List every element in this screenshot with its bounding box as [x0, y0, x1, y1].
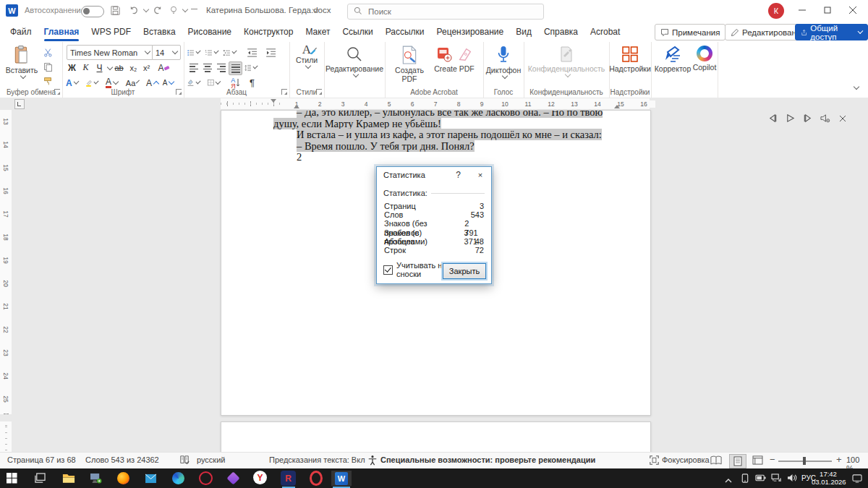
- phone-link-icon[interactable]: [741, 474, 749, 485]
- create-pdf-ru-button[interactable]: Создать PDF: [391, 46, 428, 83]
- font-size-combo[interactable]: 14: [152, 45, 181, 60]
- autosave-toggle[interactable]: [81, 6, 104, 17]
- minimize-button[interactable]: [791, 0, 813, 20]
- decrease-indent-icon[interactable]: [246, 46, 258, 59]
- tab-layout[interactable]: Макет: [304, 23, 331, 40]
- mail-icon[interactable]: [143, 471, 158, 486]
- close-button[interactable]: [842, 0, 864, 20]
- document-text[interactable]: – Да, это киллер, – улыбнулась все так ж…: [273, 110, 621, 163]
- tab-acrobat[interactable]: Acrobat: [589, 23, 621, 40]
- word-taskbar-icon[interactable]: W: [331, 471, 352, 486]
- opera-gx-icon[interactable]: [198, 471, 213, 486]
- battery-icon[interactable]: [755, 474, 766, 484]
- pc-icon[interactable]: [88, 471, 103, 486]
- gem-app-icon[interactable]: [226, 471, 241, 486]
- tab-stop-selector[interactable]: [14, 99, 25, 109]
- zoom-out-button[interactable]: −: [770, 454, 775, 465]
- close-dialog-button[interactable]: Закрыть: [443, 263, 486, 279]
- addins-button[interactable]: Надстройки: [610, 46, 650, 73]
- zoom-slider-thumb[interactable]: [803, 457, 806, 465]
- save-icon[interactable]: [110, 5, 121, 18]
- styles-button[interactable]: А Стили: [292, 46, 321, 68]
- grow-font-button[interactable]: А: [146, 77, 158, 89]
- clipboard-dialog-launcher-icon[interactable]: [54, 89, 60, 95]
- strikethrough-button[interactable]: ab: [113, 61, 125, 74]
- collapse-ribbon-icon[interactable]: [854, 84, 859, 90]
- file-explorer-icon[interactable]: [61, 471, 76, 486]
- font-name-combo[interactable]: Times New Roman: [67, 45, 153, 60]
- paragraph-dialog-launcher-icon[interactable]: [281, 89, 287, 95]
- font-color-button[interactable]: А: [106, 77, 118, 89]
- tab-view[interactable]: Вид: [514, 23, 533, 40]
- align-center-icon[interactable]: [201, 61, 213, 74]
- tab-references[interactable]: Ссылки: [341, 23, 374, 40]
- tab-insert[interactable]: Вставка: [142, 23, 177, 40]
- line-spacing-icon[interactable]: [244, 61, 257, 74]
- dialog-help-button[interactable]: ?: [456, 170, 461, 180]
- align-right-icon[interactable]: [215, 61, 227, 74]
- language-indicator[interactable]: русский: [197, 455, 225, 464]
- document-title[interactable]: Катерина Большова. Герда.docx: [206, 6, 331, 14]
- more-qat-icon[interactable]: [191, 9, 197, 9]
- clear-formatting-button[interactable]: А: [158, 61, 170, 74]
- shrink-font-button[interactable]: А: [162, 77, 174, 89]
- cut-icon[interactable]: [42, 46, 54, 59]
- focus-mode-button[interactable]: Фокусировка: [662, 455, 710, 464]
- vertical-ruler[interactable]: 13141516171819202122232425: [0, 110, 12, 414]
- word-count-indicator[interactable]: Слово 543 из 24362: [85, 455, 159, 464]
- copilot-button[interactable]: Copilot: [692, 46, 718, 72]
- hanging-indent-marker[interactable]: [294, 105, 299, 108]
- subscript-button[interactable]: x₂: [127, 61, 140, 74]
- horizontal-ruler[interactable]: 12345678910111213141516: [221, 98, 650, 109]
- borders-icon[interactable]: [208, 77, 220, 89]
- notification-center-icon[interactable]: [852, 474, 862, 485]
- first-line-indent-marker[interactable]: [271, 99, 276, 103]
- align-left-icon[interactable]: [187, 61, 200, 74]
- copy-icon[interactable]: [42, 61, 54, 73]
- underline-button[interactable]: Ч: [93, 61, 106, 74]
- editor-button[interactable]: Корректор: [652, 46, 693, 73]
- comments-button[interactable]: Примечания: [655, 24, 726, 40]
- highlight-button[interactable]: [85, 77, 98, 89]
- multilevel-list-icon[interactable]: [224, 46, 236, 59]
- shading-icon[interactable]: [187, 77, 200, 89]
- web-layout-icon[interactable]: [752, 455, 763, 466]
- lightbulb-dropdown-icon[interactable]: [182, 7, 188, 12]
- create-pdf-en-button[interactable]: Create PDF: [431, 46, 477, 73]
- superscript-button[interactable]: x²: [140, 61, 153, 74]
- tab-home[interactable]: Главная: [43, 23, 81, 40]
- page-indicator[interactable]: Страница 67 из 68: [7, 455, 76, 464]
- avatar[interactable]: К: [768, 3, 784, 19]
- word-app-icon[interactable]: W: [6, 4, 18, 17]
- undo-dropdown-icon[interactable]: [143, 7, 149, 12]
- start-button-icon[interactable]: [4, 471, 20, 486]
- search-input[interactable]: [367, 7, 514, 17]
- clock[interactable]: 17:42 03.01.2026: [812, 470, 845, 486]
- paste-button[interactable]: Вставить: [6, 46, 38, 78]
- network-icon[interactable]: [771, 474, 781, 484]
- bold-button[interactable]: Ж: [66, 61, 78, 74]
- close-read-aloud-icon[interactable]: [836, 112, 848, 124]
- tab-file[interactable]: Файл: [9, 23, 33, 40]
- text-predictions-indicator[interactable]: Предсказания текста: Вкл: [269, 455, 365, 464]
- increase-indent-icon[interactable]: [265, 46, 277, 59]
- previous-paragraph-icon[interactable]: [767, 112, 779, 124]
- share-button[interactable]: Общий доступ: [795, 24, 868, 40]
- next-paragraph-icon[interactable]: [801, 112, 814, 124]
- read-settings-icon[interactable]: [819, 112, 831, 124]
- task-view-icon[interactable]: [32, 471, 47, 486]
- print-layout-icon[interactable]: [729, 454, 746, 468]
- styles-dialog-launcher-icon[interactable]: [316, 89, 322, 95]
- tab-wps-pdf[interactable]: WPS PDF: [90, 23, 132, 40]
- accessibility-status[interactable]: Специальные возможности: проверьте реком…: [380, 455, 595, 464]
- undo-icon[interactable]: [129, 5, 140, 18]
- volume-icon[interactable]: [787, 474, 797, 484]
- tab-help[interactable]: Справка: [542, 23, 579, 40]
- firefox-icon[interactable]: [116, 471, 131, 486]
- tray-expand-icon[interactable]: [725, 475, 732, 485]
- font-dialog-launcher-icon[interactable]: [176, 89, 182, 95]
- text-effects-button[interactable]: А: [66, 77, 78, 89]
- tab-review[interactable]: Рецензирование: [435, 23, 506, 40]
- tab-design[interactable]: Конструктор: [242, 23, 294, 40]
- tab-draw[interactable]: Рисование: [187, 23, 233, 40]
